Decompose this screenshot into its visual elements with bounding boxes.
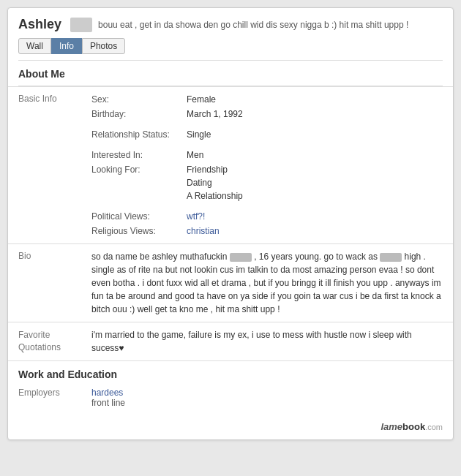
- employer-name[interactable]: hardees: [91, 388, 123, 398]
- quotations-section: Favorite Quotations i'm married to the g…: [8, 322, 453, 360]
- political-label: Political Views:: [91, 210, 187, 223]
- birthday-label: Birthday:: [91, 107, 187, 121]
- bio-content: so da name be ashley muthafuckin , 16 ye…: [91, 250, 443, 316]
- birthday-value: March 1, 1992: [187, 107, 243, 121]
- work-edu-title: Work and Education: [8, 360, 453, 386]
- bio-blur-1: [230, 253, 252, 262]
- sex-label: Sex:: [91, 93, 187, 106]
- bio-section: Bio so da name be ashley muthafuckin , 1…: [8, 243, 453, 322]
- basic-info-content: Sex: Female Birthday: March 1, 1992 Rela…: [91, 93, 443, 238]
- bio-label: Bio: [18, 250, 91, 316]
- basic-info-label: Basic Info: [18, 93, 91, 238]
- brand-com: .com: [425, 423, 443, 431]
- bio-pre: so da name be ashley muthafuckin: [91, 252, 227, 262]
- employers-label: Employers: [18, 388, 91, 408]
- interested-value: Men: [187, 148, 203, 162]
- profile-card: Ashley bouu eat , get in da showa den go…: [7, 7, 454, 440]
- avatar: [70, 18, 92, 32]
- profile-name: Ashley: [18, 17, 61, 32]
- tab-photos[interactable]: Photos: [82, 38, 125, 54]
- relationship-label: Relationship Status:: [91, 128, 187, 141]
- bio-blur-2: [380, 253, 402, 262]
- looking-label: Looking For:: [91, 163, 187, 203]
- quotations-content: i'm married to the game, failure is my e…: [91, 328, 443, 355]
- brand-lame: lame: [381, 421, 402, 432]
- religious-label: Religious Views:: [91, 224, 187, 238]
- sex-value: Female: [187, 93, 216, 106]
- looking-value-3: A Relationship: [187, 189, 243, 203]
- profile-status: bouu eat , get in da showa den go chill …: [98, 20, 443, 30]
- political-value[interactable]: wtf?!: [187, 210, 205, 223]
- employers-content: hardees front line: [91, 388, 125, 408]
- tabs: Wall Info Photos: [8, 38, 453, 60]
- tab-wall[interactable]: Wall: [18, 38, 51, 54]
- basic-info-section: Basic Info Sex: Female Birthday: March 1…: [8, 86, 453, 243]
- brand-book: book: [402, 421, 425, 432]
- religious-value[interactable]: christian: [187, 224, 220, 238]
- relationship-value: Single: [187, 128, 211, 141]
- tab-info[interactable]: Info: [51, 38, 82, 54]
- profile-header: Ashley bouu eat , get in da showa den go…: [8, 8, 453, 38]
- footer-brand: lamebook.com: [8, 415, 453, 439]
- interested-label: Interested In:: [91, 148, 187, 162]
- employers-row: Employers hardees front line: [8, 386, 453, 415]
- looking-values: Friendship Dating A Relationship: [187, 163, 243, 203]
- employer-position: front line: [91, 398, 125, 408]
- looking-value-1: Friendship: [187, 163, 243, 176]
- about-me-title: About Me: [8, 61, 453, 86]
- bio-mid: , 16 years young. go to wack as: [254, 252, 378, 262]
- looking-value-2: Dating: [187, 176, 243, 189]
- quotations-label: Favorite Quotations: [18, 328, 91, 355]
